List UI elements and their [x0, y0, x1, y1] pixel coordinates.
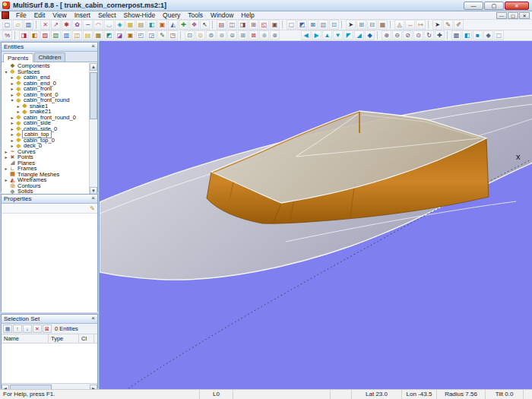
toolbar-button[interactable]: ◧ — [147, 20, 157, 30]
menu-item[interactable]: Window — [207, 11, 237, 20]
toolbar-button[interactable]: ➤ — [346, 20, 356, 30]
tree-expander-icon[interactable]: ▸ — [9, 126, 15, 131]
menu-item[interactable]: Insert — [71, 11, 94, 20]
properties-help-icon[interactable]: ✎ — [90, 205, 95, 212]
toolbar-button[interactable]: ▲ — [322, 30, 332, 40]
toolbar-button[interactable] — [377, 31, 378, 40]
menu-item[interactable]: File — [12, 11, 30, 20]
toolbar-button[interactable]: ✎ — [443, 20, 453, 30]
title-bar[interactable]: MultiSurf 8.8 - [ trunk_cabin_cornerpost… — [0, 0, 532, 11]
toolbar-button[interactable]: ◧ — [30, 30, 40, 40]
tree-expander-icon[interactable]: ▸ — [3, 177, 9, 182]
tree-expander-icon[interactable]: ▸ — [9, 86, 15, 91]
selection-tool-button[interactable]: ↓ — [23, 325, 32, 333]
toolbar-button[interactable]: ⊠ — [249, 30, 258, 40]
child-close-button[interactable]: ✕ — [519, 12, 530, 19]
toolbar-button[interactable]: ▢ — [287, 20, 296, 30]
toolbar-button[interactable]: ◈ — [115, 20, 125, 30]
toolbar-button[interactable]: ◳ — [168, 30, 178, 40]
toolbar-button[interactable]: ⊠ — [308, 20, 318, 30]
toolbar-button[interactable]: % — [2, 30, 12, 40]
entities-close-icon[interactable]: × — [91, 43, 95, 51]
tree-expander-icon[interactable]: ▾ — [3, 69, 9, 74]
tree-scrollbar[interactable]: ▲ ▼ — [89, 63, 97, 195]
tree-expander-icon[interactable]: ▸ — [9, 138, 15, 143]
toolbar-button[interactable]: ◲ — [147, 30, 157, 40]
selection-set-titlebar[interactable]: Selection Set × — [2, 315, 97, 324]
toolbar-button[interactable]: ⊞ — [238, 30, 248, 40]
toolbar-button[interactable]: ◆ — [365, 30, 375, 40]
toolbar-button[interactable]: ◭ — [168, 20, 178, 30]
selection-column-header[interactable]: Cl — [79, 334, 94, 343]
toolbar-button[interactable] — [447, 31, 448, 40]
tree-expander-icon[interactable]: ▸ — [3, 149, 9, 154]
toolbar-button[interactable] — [212, 21, 214, 29]
entities-tab[interactable]: Children — [34, 52, 66, 62]
tree-expander-icon[interactable]: ▸ — [9, 92, 15, 97]
toolbar-button[interactable]: ⊖ — [392, 30, 402, 40]
toolbar-button[interactable]: ↗ — [51, 20, 61, 30]
toolbar-button[interactable]: ⊞ — [356, 20, 366, 30]
selection-tool-button[interactable]: ↑ — [13, 325, 22, 333]
toolbar-button[interactable]: ✐ — [454, 20, 464, 30]
scroll-up-icon[interactable]: ▲ — [90, 63, 97, 71]
toolbar-button[interactable]: ◪ — [115, 30, 125, 40]
toolbar-button[interactable]: ▤ — [136, 20, 146, 30]
toolbar-button[interactable]: ▥ — [62, 30, 71, 40]
toolbar-button[interactable]: ◩ — [104, 30, 114, 40]
properties-close-icon[interactable]: × — [91, 195, 95, 203]
toolbar-button[interactable]: ∼ — [83, 20, 93, 30]
toolbar-button[interactable]: ▣ — [125, 30, 135, 40]
toolbar-button[interactable] — [341, 21, 343, 29]
toolbar-button[interactable]: ◫ — [227, 20, 237, 30]
toolbar-button[interactable]: ✎ — [157, 30, 167, 40]
toolbar-button[interactable]: ◨ — [238, 20, 248, 30]
toolbar-button[interactable]: ◩ — [297, 20, 307, 30]
toolbar-button[interactable]: ◤ — [344, 30, 353, 40]
selection-column-header[interactable]: Type — [49, 334, 79, 343]
toolbar-button[interactable] — [428, 21, 429, 29]
selection-set-close-icon[interactable]: × — [91, 315, 95, 323]
toolbar-button[interactable] — [390, 21, 391, 29]
toolbar-button[interactable]: ⊕ — [259, 30, 269, 40]
3d-viewport[interactable]: x — [99, 41, 532, 389]
toolbar-button[interactable]: ▦ — [125, 20, 135, 30]
menu-item[interactable]: Select — [94, 11, 120, 20]
toolbar-button[interactable]: ▨ — [40, 30, 50, 40]
toolbar-button[interactable]: ◬ — [394, 20, 404, 30]
toolbar-button[interactable]: ↦ — [416, 20, 426, 30]
toolbar-button[interactable]: ⊡ — [329, 20, 339, 30]
selection-list[interactable] — [2, 344, 97, 383]
tree-expander-icon[interactable]: ▸ — [9, 74, 15, 80]
toolbar-button[interactable] — [280, 30, 300, 40]
toolbar-button[interactable]: ◧ — [462, 30, 472, 40]
toolbar-button[interactable]: ▶ — [312, 30, 321, 40]
toolbar-button[interactable]: ✚ — [435, 30, 445, 40]
toolbar-button[interactable]: ⊞ — [249, 20, 258, 30]
toolbar-button[interactable]: ◢ — [354, 30, 364, 40]
menu-item[interactable]: Query — [159, 11, 184, 20]
tree-expander-icon[interactable]: ▾ — [9, 97, 15, 103]
selection-tool-button[interactable]: ⊠ — [43, 325, 52, 333]
toolbar-button[interactable]: ⊛ — [217, 30, 226, 40]
toolbar-button[interactable]: ⊗ — [270, 30, 280, 40]
toolbar-button[interactable]: ✱ — [62, 20, 71, 30]
toolbar-button[interactable]: ▢ — [494, 30, 504, 40]
selection-column-header[interactable]: Name — [2, 334, 49, 343]
toolbar-button[interactable]: ▩ — [451, 30, 461, 40]
selection-tool-button[interactable]: ▦ — [3, 325, 12, 333]
toolbar-button[interactable]: ⊙ — [413, 30, 423, 40]
toolbar-button[interactable] — [180, 31, 182, 40]
toolbar-button[interactable]: ⊕ — [382, 30, 391, 40]
child-restore-button[interactable]: ▢ — [508, 12, 518, 19]
toolbar-button[interactable]: ⊘ — [403, 30, 413, 40]
toolbar-button[interactable] — [36, 21, 37, 29]
toolbar-button[interactable] — [282, 21, 283, 29]
tree-expander-icon[interactable]: ▸ — [9, 131, 15, 137]
toolbar-button[interactable]: ◆ — [483, 30, 493, 40]
toolbar-button[interactable]: ◡ — [104, 20, 114, 30]
toolbar-button[interactable]: ▤ — [83, 30, 93, 40]
toolbar-button[interactable]: ⊜ — [227, 30, 237, 40]
toolbar-button[interactable] — [14, 31, 16, 40]
toolbar-button[interactable]: ▱ — [13, 20, 23, 30]
